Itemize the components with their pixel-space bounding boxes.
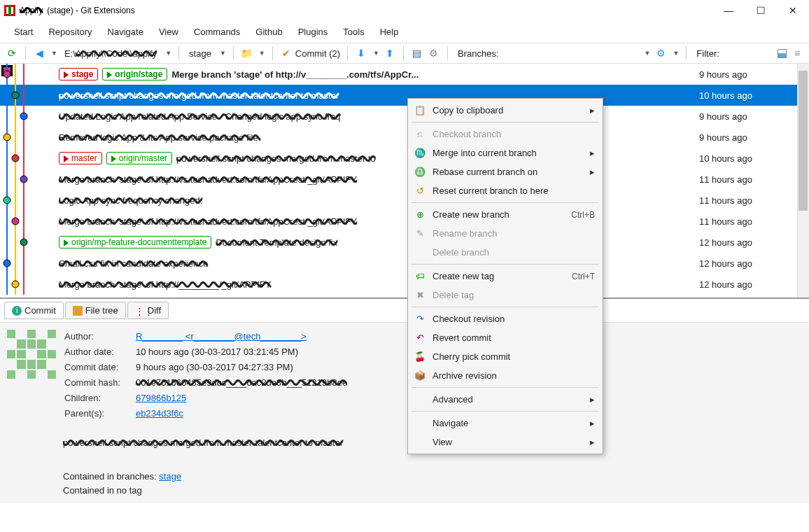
menu-navigate[interactable]: Navigate xyxy=(101,24,150,40)
commit-row[interactable]: origin/mp-feature-documenttemplateDocume… xyxy=(0,232,797,253)
layout-icon[interactable] xyxy=(778,49,787,58)
commit-row[interactable]: Logic App sync frequency changed.11 hour… xyxy=(0,190,797,211)
cherry-icon: 🍒 xyxy=(413,350,427,364)
commit-row[interactable]: Updated Logic App related App Service - … xyxy=(0,106,797,127)
commit-message-text: Merge branch 'stage' of http://vs.techad… xyxy=(59,174,357,185)
menu-tools[interactable]: Tools xyxy=(336,24,371,40)
del-tag-icon: ✖ xyxy=(413,288,427,302)
contained-branch-link[interactable]: stage xyxy=(159,471,181,482)
commit-date-label: Commit date: xyxy=(64,360,134,374)
parents-link[interactable]: eb234d3f6c xyxy=(136,408,183,419)
ctx-new-tag[interactable]: 🏷Create new tagCtrl+T xyxy=(410,267,600,286)
ctx-new-branch[interactable]: ⊕Create new branchCtrl+B xyxy=(410,205,600,224)
author-date-label: Author date: xyxy=(64,345,134,359)
menu-repository[interactable]: Repository xyxy=(41,24,99,40)
titlebar: Appify (stage) - Git Extensions — ☐ ✕ xyxy=(0,0,809,21)
settings-tool-icon[interactable]: ⚙ xyxy=(428,47,440,59)
commit-time: 10 hours ago xyxy=(692,90,797,101)
pull-icon[interactable]: ⬇ xyxy=(355,47,367,59)
branch-badge: stage xyxy=(59,68,98,80)
reset-icon: ↺ xyxy=(413,184,427,198)
ctx-checkout-revision[interactable]: ↷Checkout revision xyxy=(410,309,600,328)
commit-row[interactable]: Merge branch 'stage' of http://________/… xyxy=(0,274,797,295)
commit-row[interactable]: Small css fix in candidate experience12 … xyxy=(0,253,797,274)
menu-github[interactable]: Github xyxy=(248,24,289,40)
commit-message-text: powershell script changes merged from ma… xyxy=(176,153,376,164)
repo-path[interactable]: E:\Appify\\Code\\appify xyxy=(62,48,160,59)
toggle-icon[interactable]: ≡ xyxy=(791,47,803,59)
window-title-suffix: (stage) - Git Extensions xyxy=(47,6,134,15)
commit-date: 9 hours ago (30-03-2017 04:27:33 PM) xyxy=(136,360,347,374)
refresh-icon[interactable]: ⟳ xyxy=(6,47,18,59)
commit-message-text: Merge branch 'stage' of http://v________… xyxy=(171,69,418,80)
explorer-icon[interactable]: 📁 xyxy=(241,47,253,59)
close-button[interactable]: ✕ xyxy=(777,0,809,21)
ctx-reset[interactable]: ↺Reset current branch to here xyxy=(410,181,600,200)
ctx-rebase[interactable]: ♎Rebase current branch on▸ xyxy=(410,162,600,181)
svg-point-15 xyxy=(3,134,10,141)
branches-label: Branches: xyxy=(455,48,502,59)
gear-icon[interactable]: ⚙ xyxy=(654,47,667,59)
ctx-cherry-pick[interactable]: 🍒Cherry pick commit xyxy=(410,347,600,366)
contained-tags: Contained in no tag xyxy=(63,485,142,496)
commit-detail: Author:R________ <r________@tech________… xyxy=(0,323,809,503)
commit-row[interactable]: Removed logic App & its App service pack… xyxy=(0,127,797,148)
commit-row[interactable]: Merge branch 'stage' of http://vs.techad… xyxy=(0,211,797,232)
branch-badge: origin/mp-feature-documenttemplate xyxy=(59,236,211,248)
tab-diff[interactable]: ⋮⋮Diff xyxy=(127,302,169,319)
ctx-delete-tag: ✖Delete tag xyxy=(410,286,600,304)
ctx-advanced[interactable]: Advanced▸ xyxy=(410,390,600,409)
ctx-navigate[interactable]: Navigate▸ xyxy=(410,414,600,433)
minimize-button[interactable]: — xyxy=(712,0,745,21)
rename-icon: ✎ xyxy=(413,227,427,241)
commit-row[interactable]: masterorigin/masterpowershell script cha… xyxy=(0,148,797,169)
menu-start[interactable]: Start xyxy=(7,24,40,40)
ctx-copy-clipboard[interactable]: 📋Copy to clipboard▸ xyxy=(410,101,600,120)
ctx-view[interactable]: View▸ xyxy=(410,433,600,451)
scorpio-icon: ♏ xyxy=(413,146,427,160)
commit-time: 9 hours ago xyxy=(692,111,797,122)
commit-message-text: Merge branch 'stage' of http://________/… xyxy=(59,279,271,290)
commit-row[interactable]: Merge branch 'stage' of http://vs.techad… xyxy=(0,169,797,190)
commit-time: 11 hours ago xyxy=(692,216,797,227)
branch-badge: origin/master xyxy=(106,152,172,164)
menu-help[interactable]: Help xyxy=(373,24,406,40)
window-title: Appify xyxy=(20,6,43,15)
commit-grid: stageorigin/stageMerge branch 'stage' of… xyxy=(0,64,809,299)
children-link[interactable]: 679866b125 xyxy=(136,393,186,403)
stash-icon[interactable]: ▤ xyxy=(411,47,423,59)
ctx-archive[interactable]: 📦Archive revision xyxy=(410,366,600,385)
avatar xyxy=(0,323,63,503)
commit-message-text: powershell script changes merged from ma… xyxy=(59,90,339,101)
menu-commands[interactable]: Commands xyxy=(187,24,247,40)
back-icon[interactable]: ◀ xyxy=(33,47,45,59)
svg-point-27 xyxy=(3,197,10,204)
context-menu: 📋Copy to clipboard▸ ⎌Checkout branch ♏Me… xyxy=(407,98,603,454)
current-branch[interactable]: stage xyxy=(186,48,214,59)
children-label: Children: xyxy=(64,391,134,405)
svg-point-11 xyxy=(20,113,27,120)
ctx-merge[interactable]: ♏Merge into current branch▸ xyxy=(410,144,600,162)
commit-row[interactable]: powershell script changes merged from ma… xyxy=(0,85,797,106)
tab-commit[interactable]: iCommit xyxy=(4,302,64,319)
checkout-rev-icon: ↷ xyxy=(413,312,427,326)
commit-time: 11 hours ago xyxy=(692,195,797,206)
tab-file-tree[interactable]: File tree xyxy=(65,302,126,319)
clipboard-icon: 📋 xyxy=(413,104,427,118)
commit-row[interactable]: stageorigin/stageMerge branch 'stage' of… xyxy=(0,64,797,85)
svg-point-3 xyxy=(3,71,10,78)
maximize-button[interactable]: ☐ xyxy=(745,0,777,21)
filter-label: Filter: xyxy=(694,48,722,59)
menu-view[interactable]: View xyxy=(152,24,185,40)
commit-message-text: Logic App sync frequency changed. xyxy=(59,195,202,206)
svg-point-19 xyxy=(12,155,19,162)
commit-button[interactable]: ✔Commit (2) xyxy=(280,47,340,59)
grid-scrollbar[interactable] xyxy=(797,64,809,298)
commit-message-text: Removed logic App & its App service pack… xyxy=(59,132,260,143)
ctx-rename-branch: ✎Rename branch xyxy=(410,224,600,243)
push-icon[interactable]: ⬆ xyxy=(384,47,396,59)
branch-badge: origin/stage xyxy=(102,68,167,80)
menu-plugins[interactable]: Plugins xyxy=(291,24,335,40)
author-link[interactable]: R________ <r________@tech________> xyxy=(136,331,307,342)
ctx-revert-commit[interactable]: ↶Revert commit xyxy=(410,328,600,347)
